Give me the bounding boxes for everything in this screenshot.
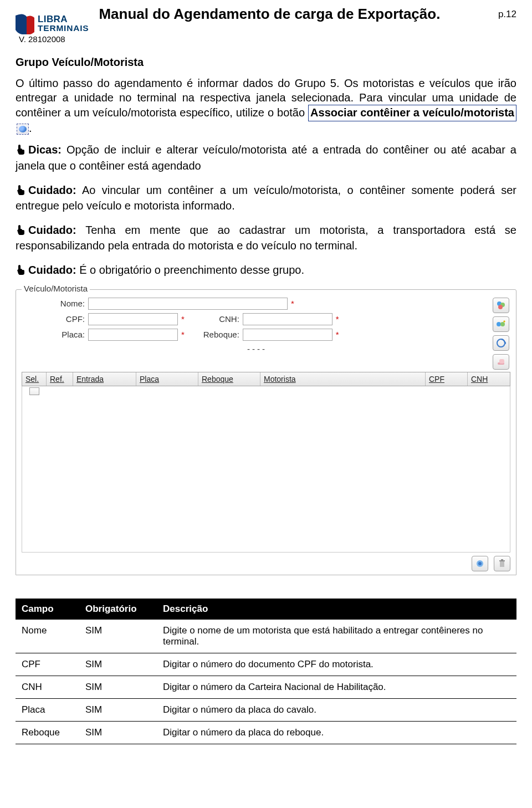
input-reboque[interactable] <box>243 329 332 341</box>
intro-text-b: . <box>29 122 32 134</box>
hand-icon <box>16 185 27 200</box>
cell-obr: SIM <box>80 619 157 653</box>
table-row: CPF SIM Digitar o número do documento CP… <box>16 653 516 676</box>
input-cpf[interactable] <box>88 313 178 325</box>
svg-point-3 <box>497 322 501 326</box>
table-row: Reboque SIM Digitar o número da placa do… <box>16 721 516 744</box>
row-select-cell[interactable] <box>22 386 47 396</box>
cuidado-label: Cuidado: <box>28 184 76 196</box>
divider-dashes: ---- <box>22 344 493 354</box>
row-cpf-cnh: CPF: * CNH: * <box>22 313 493 325</box>
veiculo-motorista-panel: Veículo/Motorista Nome: * CPF: * CNH: * <box>16 289 516 575</box>
panel-legend: Veículo/Motorista <box>22 284 90 293</box>
field-description-table: Campo Obrigatório Descrição Nome SIM Dig… <box>16 599 516 744</box>
label-cnh: CNH: <box>185 314 243 324</box>
svg-point-2 <box>498 305 503 309</box>
clear-button[interactable] <box>493 354 509 370</box>
notes-block: Dicas: Opção de incluir e alterar veícul… <box>16 143 516 279</box>
col-reboque[interactable]: Reboque <box>198 372 260 386</box>
logo-swoosh-icon <box>16 13 34 34</box>
page-header: LIBRA TERMINAIS Manual do Agendamento de… <box>16 6 516 34</box>
hand-icon <box>16 264 27 279</box>
th-campo: Campo <box>16 599 80 619</box>
required-asterisk: * <box>336 330 339 339</box>
svg-point-10 <box>478 562 482 565</box>
hand-icon <box>16 144 27 159</box>
grid-action-buttons <box>22 556 510 571</box>
label-reboque: Reboque: <box>185 330 243 339</box>
cell-campo: Reboque <box>16 721 80 744</box>
associate-icon[interactable] <box>17 124 29 135</box>
version-label: V. 28102008 <box>19 34 516 44</box>
logo-text: LIBRA TERMINAIS <box>38 15 89 33</box>
document-title: Manual do Agendamento de carga de Export… <box>99 6 498 23</box>
link-container-button[interactable] <box>472 556 488 571</box>
th-obrigatorio: Obrigatório <box>80 599 157 619</box>
section-heading: Grupo Veículo/Motorista <box>16 56 516 69</box>
col-cpf[interactable]: CPF <box>426 372 468 386</box>
svg-rect-13 <box>501 559 503 560</box>
associate-container-link[interactable]: Associar contêiner a veículo/motorista <box>308 105 516 121</box>
cell-desc: Digitar o número da Carteira Nacional de… <box>157 676 516 698</box>
cuidado2-text: Tenha em mente que ao cadastrar um motor… <box>16 224 516 252</box>
cell-campo: Placa <box>16 698 80 721</box>
cuidado3-note: Cuidado: É o obrigatório o preenchimento… <box>16 263 516 279</box>
svg-rect-8 <box>499 359 504 364</box>
cell-campo: Nome <box>16 619 80 653</box>
cell-obr: SIM <box>80 721 157 744</box>
associate-button[interactable] <box>493 335 509 351</box>
intro-paragraph: O último passo do agendamento é informar… <box>16 76 516 135</box>
add-motorista-button[interactable] <box>493 316 509 332</box>
cuidado1-text: Ao vincular um contêiner a um veículo/mo… <box>16 184 516 212</box>
cell-campo: CNH <box>16 676 80 698</box>
dicas-text: Opção de incluir e alterar veículo/motor… <box>16 144 516 172</box>
cuidado-label: Cuidado: <box>28 264 76 276</box>
label-nome: Nome: <box>22 299 88 308</box>
motorista-grid: Sel. Ref. Entrada Placa Reboque Motorist… <box>22 372 510 553</box>
delete-button[interactable] <box>494 556 510 571</box>
associate-container-label: Associar contêiner a veículo/motorista <box>310 106 514 119</box>
grid-empty-row <box>22 386 510 396</box>
row-select-box[interactable] <box>29 387 39 395</box>
svg-rect-12 <box>499 560 505 561</box>
cell-desc: Digitar o número do documento CPF do mot… <box>157 653 516 676</box>
label-cpf: CPF: <box>22 314 88 324</box>
grid-body[interactable] <box>22 386 510 553</box>
cell-desc: Digitar o número da placa do reboque. <box>157 721 516 744</box>
cuidado3-text: É o obrigatório o preenchimento desse gr… <box>76 264 304 276</box>
col-cnh[interactable]: CNH <box>468 372 510 386</box>
col-sel[interactable]: Sel. <box>22 372 47 386</box>
hand-icon <box>16 224 27 239</box>
cell-obr: SIM <box>80 676 157 698</box>
label-placa: Placa: <box>22 330 88 339</box>
th-descricao: Descrição <box>157 599 516 619</box>
col-entrada[interactable]: Entrada <box>73 372 136 386</box>
cell-desc: Digite o nome de um motorista que está h… <box>157 619 516 653</box>
col-motorista[interactable]: Motorista <box>260 372 426 386</box>
dicas-note: Dicas: Opção de incluir e alterar veícul… <box>16 143 516 173</box>
input-nome[interactable] <box>88 298 288 310</box>
page-number: p.12 <box>498 6 516 20</box>
input-cnh[interactable] <box>243 313 332 325</box>
row-nome: Nome: * <box>22 298 493 310</box>
col-placa[interactable]: Placa <box>136 372 198 386</box>
cuidado2-note: Cuidado: Tenha em mente que ao cadastrar… <box>16 223 516 253</box>
cuidado1-note: Cuidado: Ao vincular um contêiner a um v… <box>16 183 516 213</box>
input-placa[interactable] <box>88 329 178 341</box>
table-row: Placa SIM Digitar o número da placa do c… <box>16 698 516 721</box>
required-asterisk: * <box>336 314 339 324</box>
cell-campo: CPF <box>16 653 80 676</box>
required-asterisk: * <box>291 299 294 308</box>
svg-point-4 <box>500 322 505 326</box>
logo-line1: LIBRA <box>38 14 68 24</box>
cell-desc: Digitar o número da placa do cavalo. <box>157 698 516 721</box>
cell-obr: SIM <box>80 698 157 721</box>
cell-obr: SIM <box>80 653 157 676</box>
grid-header: Sel. Ref. Entrada Placa Reboque Motorist… <box>22 372 510 386</box>
dicas-label: Dicas: <box>28 144 62 156</box>
search-motorista-button[interactable] <box>493 298 509 313</box>
table-row: Nome SIM Digite o nome de um motorista q… <box>16 619 516 653</box>
col-ref[interactable]: Ref. <box>47 372 73 386</box>
brand-logo: LIBRA TERMINAIS <box>16 13 89 34</box>
row-placa-reboque: Placa: * Reboque: * <box>22 329 493 341</box>
